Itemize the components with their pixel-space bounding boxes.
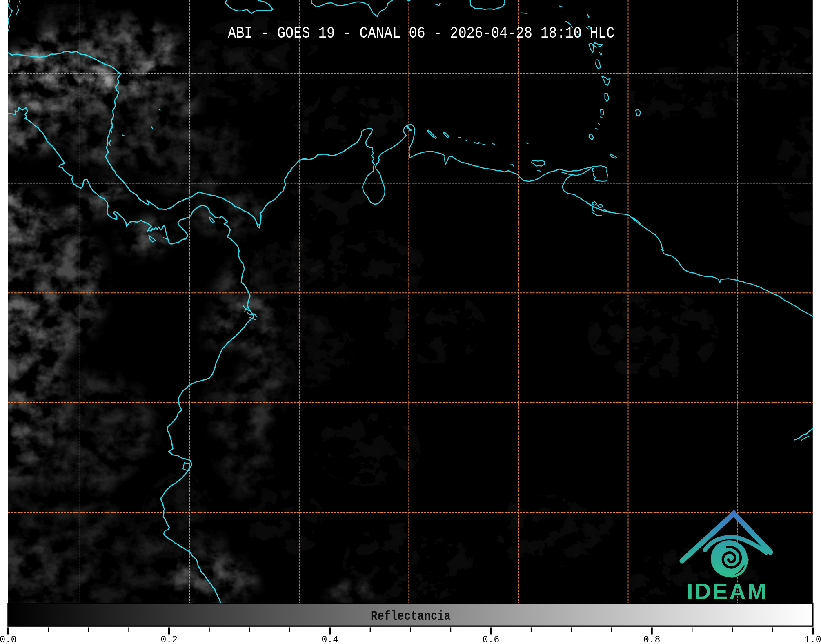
svg-text:0.0: 0.0 (0, 635, 17, 644)
svg-text:0.6: 0.6 (483, 635, 499, 644)
svg-text:0.4: 0.4 (322, 635, 338, 644)
svg-text:IDEAM: IDEAM (687, 578, 768, 604)
svg-text:Reflectancia: Reflectancia (371, 608, 451, 624)
svg-text:0.2: 0.2 (160, 635, 177, 644)
svg-text:1.0: 1.0 (804, 635, 821, 644)
svg-text:ABI - GOES 19 - CANAL 06 - 202: ABI - GOES 19 - CANAL 06 - 2026-04-28 18… (228, 24, 614, 42)
svg-text:0.8: 0.8 (643, 635, 660, 644)
